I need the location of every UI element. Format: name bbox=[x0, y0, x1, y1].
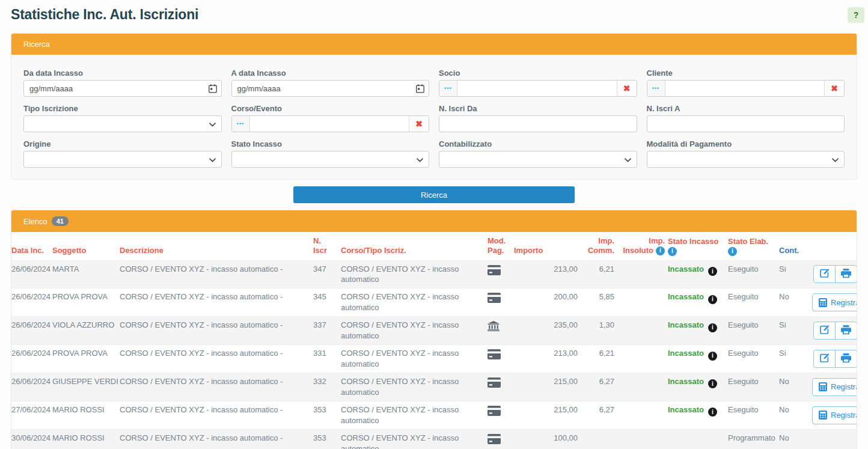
mod-pag-cell bbox=[487, 317, 514, 345]
info-icon[interactable]: i bbox=[668, 247, 677, 256]
credit-card-icon bbox=[487, 433, 501, 444]
submit-row: Ricerca bbox=[0, 186, 868, 203]
tipo-iscrizione-select[interactable] bbox=[23, 115, 222, 132]
chevron-down-icon bbox=[417, 158, 423, 162]
print-icon bbox=[841, 325, 851, 337]
descrizione-cell: CORSO / EVENTO XYZ - incasso automatico … bbox=[120, 260, 313, 289]
info-icon[interactable]: i bbox=[728, 247, 737, 256]
socio-clear-icon[interactable]: ✖ bbox=[617, 81, 637, 96]
corso-evento-clear-icon[interactable]: ✖ bbox=[409, 116, 429, 132]
table-row: 26/06/2024VIOLA AZZURROCORSO / EVENTO XY… bbox=[11, 317, 857, 345]
cliente-clear-icon[interactable]: ✖ bbox=[824, 81, 844, 96]
socio-lookup-dots-button[interactable]: ••• bbox=[439, 81, 457, 96]
help-button[interactable]: ? bbox=[848, 7, 864, 23]
search-form: Da data Incasso A data Incasso Socio •••… bbox=[11, 55, 857, 179]
ricerca-submit-button[interactable]: Ricerca bbox=[293, 186, 575, 203]
info-icon[interactable]: i bbox=[708, 295, 717, 304]
corso-tipo-iscriz-cell: CORSO / EVENTO XYZ - incasso automatico bbox=[341, 289, 487, 317]
registra-button[interactable]: Registra bbox=[812, 378, 857, 396]
credit-card-icon bbox=[487, 376, 501, 388]
importo-cell: 213,00 bbox=[514, 260, 585, 289]
socio-input[interactable] bbox=[457, 81, 617, 96]
credit-card-icon bbox=[487, 348, 501, 359]
calculator-icon bbox=[819, 411, 827, 420]
imp-insoluto-cell bbox=[631, 289, 668, 317]
stato-elab-cell: Eseguito bbox=[728, 373, 779, 402]
cont-cell: No bbox=[779, 429, 812, 449]
edit-button[interactable] bbox=[813, 265, 836, 283]
importo-cell: 213,00 bbox=[514, 345, 585, 373]
stato-elab-cell: Eseguito bbox=[728, 345, 779, 373]
corso-evento-input[interactable] bbox=[250, 116, 409, 132]
a-data-incasso-input[interactable] bbox=[231, 80, 430, 97]
importo-cell: 215,00 bbox=[514, 401, 585, 429]
column-header: Data Inc. bbox=[11, 232, 52, 260]
info-icon[interactable]: i bbox=[708, 379, 717, 388]
print-button[interactable] bbox=[835, 350, 857, 368]
column-header: Soggetto bbox=[52, 232, 120, 260]
stato-incasso-cell: Incassatoi bbox=[668, 289, 728, 317]
mod-pag-cell bbox=[487, 429, 514, 449]
registra-label: Registra bbox=[831, 382, 857, 391]
calculator-icon bbox=[819, 382, 827, 391]
info-icon[interactable]: i bbox=[708, 267, 717, 276]
cont-cell: Si bbox=[779, 260, 812, 289]
n-iscr-cell: 337 bbox=[313, 317, 341, 345]
n-iscr-cell: 332 bbox=[313, 373, 341, 402]
info-icon[interactable]: i bbox=[708, 352, 717, 361]
cont-cell: Si bbox=[779, 345, 812, 373]
list-panel: Elenco 41 Data Inc.SoggettoDescrizioneN.… bbox=[11, 210, 857, 449]
print-button[interactable] bbox=[835, 322, 857, 340]
print-icon bbox=[841, 353, 851, 365]
imp-insoluto-cell bbox=[631, 373, 668, 402]
calendar-icon[interactable] bbox=[209, 84, 217, 93]
n-iscr-cell: 353 bbox=[313, 401, 341, 429]
column-header: Descrizione bbox=[120, 232, 313, 260]
n-iscri-a-input[interactable] bbox=[647, 115, 845, 132]
stato-incasso-cell: Incassatoi bbox=[668, 401, 728, 429]
field-socio: Socio ••• ✖ bbox=[439, 69, 637, 97]
registra-button[interactable]: Registra bbox=[812, 406, 857, 424]
imp-insoluto-cell bbox=[631, 260, 668, 289]
credit-card-icon bbox=[487, 264, 501, 275]
calendar-icon[interactable] bbox=[416, 84, 424, 93]
corso-evento-lookup-dots-button[interactable]: ••• bbox=[232, 116, 250, 132]
search-panel: Ricerca Da data Incasso A data Incasso S… bbox=[11, 33, 857, 180]
descrizione-cell: CORSO / EVENTO XYZ - incasso automatico … bbox=[120, 317, 313, 345]
contabilizzato-select[interactable] bbox=[439, 151, 637, 168]
descrizione-cell: CORSO / EVENTO XYZ - incasso automatico … bbox=[120, 429, 313, 449]
edit-button[interactable] bbox=[813, 350, 836, 368]
stato-incasso-cell: Incassatoi bbox=[668, 373, 728, 402]
column-header: Mod.Pag. bbox=[487, 232, 514, 260]
modalita-pagamento-select[interactable] bbox=[647, 151, 845, 168]
imp-comm-cell: 6,21 bbox=[585, 345, 631, 373]
descrizione-cell: CORSO / EVENTO XYZ - incasso automatico … bbox=[120, 345, 313, 373]
credit-card-icon bbox=[487, 405, 501, 416]
info-icon[interactable]: i bbox=[708, 323, 717, 332]
soggetto-cell: PROVA PROVA bbox=[52, 345, 120, 373]
cliente-input[interactable] bbox=[665, 81, 825, 96]
imp-comm-cell: 1,30 bbox=[585, 317, 631, 345]
da-data-incasso-input[interactable] bbox=[23, 80, 222, 97]
chevron-down-icon bbox=[625, 158, 631, 162]
bank-icon bbox=[487, 320, 500, 331]
edit-button[interactable] bbox=[813, 322, 836, 340]
mod-pag-cell bbox=[487, 289, 514, 317]
mod-pag-cell bbox=[487, 260, 514, 289]
mod-pag-cell bbox=[487, 373, 514, 402]
n-iscri-da-input[interactable] bbox=[439, 115, 637, 132]
stato-incasso-select[interactable] bbox=[231, 151, 430, 168]
field-n-iscri-a: N. Iscri A bbox=[647, 104, 845, 132]
info-icon[interactable]: i bbox=[656, 246, 665, 255]
table-row: 26/06/2024PROVA PROVACORSO / EVENTO XYZ … bbox=[11, 289, 857, 317]
column-header: N.Iscr bbox=[313, 232, 341, 260]
registra-button[interactable]: Registra bbox=[812, 293, 857, 311]
print-button[interactable] bbox=[835, 265, 857, 283]
column-header: Imp.Insoluto i bbox=[631, 232, 668, 260]
origine-select[interactable] bbox=[23, 151, 222, 168]
stato-elab-cell: Eseguito bbox=[728, 289, 779, 317]
actions-cell bbox=[812, 317, 857, 345]
info-icon[interactable]: i bbox=[708, 408, 717, 417]
cliente-lookup-dots-button[interactable]: ••• bbox=[647, 81, 665, 96]
search-panel-header: Ricerca bbox=[11, 34, 857, 55]
